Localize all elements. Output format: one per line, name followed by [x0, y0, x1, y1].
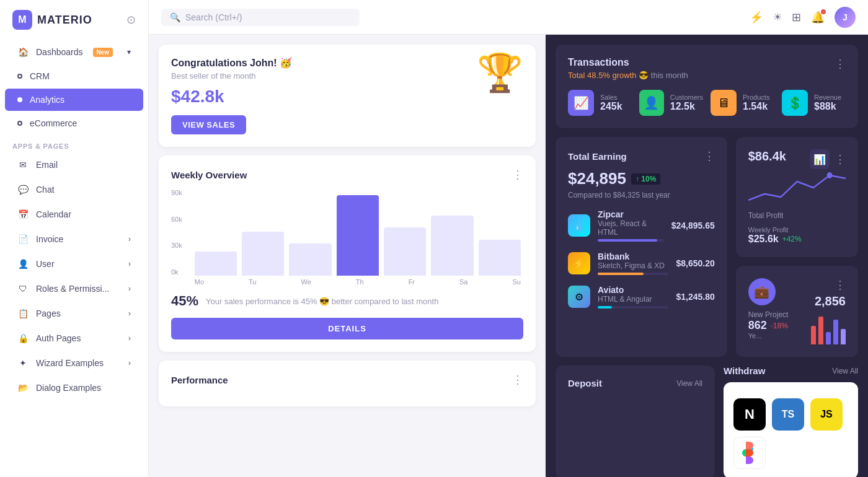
congrats-title: Congratulations John! 🥳 — [171, 57, 523, 69]
chart-icon[interactable]: 📊 — [810, 149, 830, 169]
details-button[interactable]: DETAILS — [171, 318, 523, 339]
bell-icon[interactable]: 🔔 — [811, 11, 825, 24]
deposit-header: Deposit View All — [568, 378, 702, 388]
performance-menu[interactable]: ⋮ — [512, 373, 523, 387]
sidebar-item-label: Roles & Permissi... — [36, 284, 109, 294]
earning-menu[interactable]: ⋮ — [704, 149, 715, 163]
transactions-title: Transactions — [568, 57, 688, 68]
content: Congratulations John! 🥳 Best seller of t… — [149, 35, 868, 477]
weekly-overview-chart-area: 90k 60k 30k 0k MoTuWeThFrSaSu — [171, 189, 523, 286]
sidebar-item-ecommerce[interactable]: eCommerce — [5, 112, 143, 134]
search-box[interactable]: 🔍 Search (Ctrl+/) — [161, 9, 360, 26]
new-project-header: 💼 New Project 862 -18% Ye... ⋮ — [748, 278, 846, 344]
sun-icon[interactable]: ☀ — [773, 11, 782, 23]
sidebar-item-label: Email — [36, 160, 58, 170]
stat-customers-info: Customers 12.5k — [670, 94, 703, 112]
sidebar-item-invoice[interactable]: 📄 Invoice › — [5, 227, 143, 251]
deposit-card: Deposit View All — [556, 365, 715, 477]
sidebar-item-pages[interactable]: 📋 Pages › — [5, 302, 143, 325]
performance-card: Performance ⋮ — [159, 361, 536, 406]
project-right-header: ⋮ — [811, 278, 846, 292]
weekly-overview-header: Weekly Overview ⋮ — [171, 168, 523, 182]
sidebar-item-user[interactable]: 👤 User › — [5, 252, 143, 276]
sidebar-item-calendar[interactable]: 📅 Calendar — [5, 203, 143, 226]
sidebar-item-dialog[interactable]: 📂 Dialog Examples — [5, 376, 143, 400]
aviato-progress-wrap — [598, 306, 668, 309]
performance-title: Performance — [171, 375, 228, 385]
bitbank-icon: ⚡ — [568, 252, 590, 274]
grid-icon[interactable]: ⊞ — [792, 11, 801, 24]
weekly-profit-label: Weekly Profit — [748, 226, 802, 234]
y-label-90k: 90k — [171, 189, 182, 196]
stat-sales: 📈 Sales 245k — [568, 90, 632, 116]
profit-label: Total Profit — [748, 211, 846, 220]
chevron-down-icon: ▾ — [127, 48, 131, 56]
chart-x-labels: MoTuWeThFrSaSu — [192, 276, 523, 286]
earning-item-bitbank: ⚡ Bitbank Sketch, Figma & XD $8,650.20 — [568, 252, 715, 275]
sidebar-item-analytics[interactable]: Analytics — [5, 89, 143, 111]
x-label-We: We — [301, 278, 311, 286]
pages-icon: 📋 — [17, 308, 29, 319]
ts-logo: TS — [772, 398, 804, 431]
weekly-profit-info: Weekly Profit $25.6k +42% — [748, 226, 802, 245]
bitbank-progress-fill — [598, 273, 644, 275]
sidebar-item-label: Auth Pages — [36, 333, 81, 343]
profit-line-chart — [748, 169, 846, 206]
new-project-value-row: 862 -18% — [748, 319, 789, 332]
sidebar-item-chat[interactable]: 💬 Chat — [5, 178, 143, 201]
trophy-icon: 🏆 — [477, 51, 523, 95]
view-sales-button[interactable]: VIEW SALES — [171, 115, 246, 134]
earning-amount: $24,895 — [568, 169, 626, 188]
chevron-right-icon: › — [128, 260, 131, 268]
profit-menu[interactable]: ⋮ — [835, 152, 846, 166]
calendar-icon: 📅 — [17, 209, 29, 220]
deposit-view-all[interactable]: View All — [676, 379, 702, 388]
bar-Sa — [431, 216, 473, 276]
chevron-right-icon: › — [128, 235, 131, 243]
earning-compare: Compared to $84,325 last year — [568, 191, 715, 199]
mini-bar-4 — [833, 320, 838, 344]
aviato-name: Aviato — [598, 285, 668, 295]
x-label-Mo: Mo — [195, 278, 204, 286]
translate-icon[interactable]: ⚡ — [750, 11, 763, 24]
sidebar-item-email[interactable]: ✉ Email — [5, 153, 143, 177]
aviato-sub: HTML & Angular — [598, 295, 668, 304]
sidebar-item-dashboards[interactable]: 🏠 Dashboards New ▾ — [5, 40, 143, 64]
profit-card-controls: 📊 ⋮ — [810, 149, 846, 169]
avatar[interactable]: J — [835, 7, 856, 28]
sidebar-toggle-icon[interactable]: ⊙ — [126, 13, 136, 27]
transactions-menu[interactable]: ⋮ — [835, 57, 846, 71]
subtitle-emoji: 😎 — [639, 71, 649, 80]
chevron-right-icon: › — [128, 359, 131, 367]
sidebar-item-label: Dashboards — [36, 47, 83, 57]
withdraw-row: Withdraw View All — [724, 365, 858, 376]
middle-row: Total Earning ⋮ $24,895 ↑ 10% Compared t… — [556, 137, 858, 357]
zipcar-icon: 💧 — [568, 214, 590, 237]
sidebar-item-roles[interactable]: 🛡 Roles & Permissi... › — [5, 277, 143, 300]
congrats-amount: $42.8k — [171, 87, 523, 107]
figma-logo — [733, 437, 766, 469]
sidebar-item-crm[interactable]: CRM — [5, 65, 143, 87]
sidebar-item-auth[interactable]: 🔒 Auth Pages › — [5, 326, 143, 350]
shield-icon: 🛡 — [17, 283, 29, 294]
weekly-overview-menu[interactable]: ⋮ — [512, 168, 523, 182]
content-left: Congratulations John! 🥳 Best seller of t… — [149, 35, 546, 477]
weekly-profit-value-row: $25.6k +42% — [748, 234, 802, 245]
products-icon: 🖥 — [711, 90, 737, 116]
x-label-Sa: Sa — [459, 278, 467, 286]
right-stack: $86.4k 📊 ⋮ Total Profit — [736, 137, 858, 357]
new-project-menu[interactable]: ⋮ — [835, 278, 846, 292]
chevron-right-icon: › — [128, 334, 131, 343]
withdraw-view-all[interactable]: View All — [832, 367, 858, 375]
y-label-60k: 60k — [171, 216, 182, 223]
project-right-value: 2,856 — [811, 294, 846, 309]
performance-header: Performance ⋮ — [171, 373, 523, 387]
bar-Mo — [195, 252, 237, 276]
bitbank-sub: Sketch, Figma & XD — [598, 261, 668, 270]
sidebar-item-wizard[interactable]: ✦ Wizard Examples › — [5, 351, 143, 375]
next-logo: N — [733, 398, 766, 431]
mini-bar-3 — [826, 332, 831, 344]
chevron-right-icon: › — [128, 309, 131, 318]
congrats-subtitle: Best seller of the month — [171, 71, 523, 81]
stat-revenue-info: Revenue $88k — [814, 94, 841, 112]
